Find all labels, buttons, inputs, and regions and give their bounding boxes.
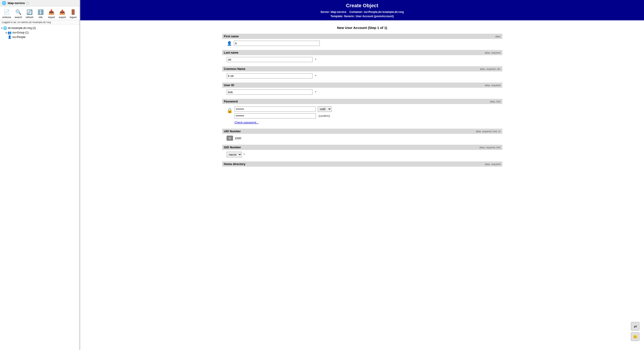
toolbar-refresh[interactable]: 🔄 refresh [24, 8, 35, 19]
last-name-meta: alias, required [485, 51, 500, 54]
logged-in-status: Logged in as: cn=admin,dc=example,dc=org [0, 20, 80, 25]
gid-number-header: GID Number alias, required, hint [222, 145, 502, 150]
last-name-required: * [315, 58, 316, 61]
first-name-label: First name [224, 35, 239, 38]
common-name-header: Common Name alias, required, rdn [222, 66, 502, 72]
last-name-header: Last name alias, required [222, 50, 502, 55]
tree-root[interactable]: ⊟ 🌐 dc=example,dc=org (2) [1, 26, 79, 30]
gid-select[interactable]: nacos users staff [227, 152, 242, 157]
toolbar-import[interactable]: 📥 import [46, 8, 56, 19]
user-id-section: User ID alias, required * [222, 83, 502, 95]
form-container: New User Account (Step 1 of 1) First nam… [204, 20, 520, 174]
toolbar-search[interactable]: 🔍 search [13, 8, 24, 19]
header-bar: Create Object Server: ldap-service Conta… [80, 0, 644, 20]
user-id-header: User ID alias, required [222, 83, 502, 88]
clock-icon: 🕐 [26, 2, 29, 5]
smiley-icon: 😐 [633, 335, 638, 339]
first-name-header: First name alias [222, 34, 502, 39]
container-label: Container: [349, 11, 363, 14]
toolbar-export[interactable]: 📤 export [58, 8, 67, 19]
uid-icon: ⊞ [227, 136, 233, 141]
password-lock-icon: 🔒 [227, 108, 233, 114]
tree-root-expand: ⊟ [1, 27, 3, 29]
translate-button[interactable]: ⇄ [631, 322, 640, 330]
app-name: ldap-service [8, 1, 25, 5]
toolbar-logout[interactable]: 🚪 logout [68, 8, 78, 19]
common-name-required: * [315, 74, 316, 78]
logout-label: logout [70, 16, 76, 19]
toolbar-info[interactable]: ℹ️ info [36, 8, 46, 19]
template-label: Template: [330, 15, 343, 18]
common-name-input[interactable] [227, 73, 312, 79]
first-name-input-row: 👤 [222, 40, 502, 46]
home-directory-header: Home directory alias, required [222, 161, 502, 167]
first-name-input[interactable] [234, 41, 320, 46]
export-label: export [59, 16, 66, 19]
user-id-input-row: * [222, 89, 502, 95]
resize-handle[interactable] [79, 0, 80, 350]
user-id-label: User ID [224, 83, 234, 87]
user-id-input[interactable] [227, 90, 312, 95]
password-inputs: md5 sha ssha crypt clear (confirm) Check… [234, 106, 332, 124]
uid-number-label: UID Number [224, 130, 241, 133]
password-row-1: md5 sha ssha crypt clear [234, 106, 332, 112]
schema-label: schema [2, 16, 11, 19]
tree-children: ⊞ 👥 ou=Group (1) ⊟ 👤 ou=People [6, 30, 79, 39]
password-section: Password alias, hint 🔒 md5 sha ssha cryp… [222, 99, 502, 125]
password-confirm-input[interactable] [234, 113, 316, 119]
smiley-button[interactable]: 😐 [631, 332, 640, 341]
logout-icon: 🚪 [70, 9, 77, 16]
info-icon: ℹ️ [37, 9, 44, 16]
confirm-label: (confirm) [318, 114, 330, 118]
password-input[interactable] [234, 107, 316, 112]
tree-root-label: dc=example,dc=org (2) [8, 27, 36, 30]
uid-number-meta: alias, required, hint, ro [476, 130, 500, 133]
server-label: Server: [320, 11, 330, 14]
refresh-icon: 🔄 [26, 9, 33, 16]
password-meta: alias, hint [490, 100, 500, 103]
people-icon: 👤 [8, 35, 12, 39]
uid-number-value: 1000 [235, 137, 241, 140]
toolbar-schema[interactable]: 📄 schema [1, 8, 12, 19]
uid-number-section: UID Number alias, required, hint, ro ⊞ 1… [222, 129, 502, 141]
search-label: search [15, 16, 22, 19]
tree-group-expand: ⊞ [6, 32, 7, 34]
import-icon: 📥 [48, 9, 55, 16]
tree-group-label: ou=Group (1) [12, 31, 29, 34]
password-row-2: (confirm) [234, 113, 332, 119]
container-value: ou=People,dc=example,dc=org [364, 11, 404, 14]
last-name-label: Last name [224, 51, 238, 54]
common-name-meta: alias, required, rdn [480, 68, 500, 70]
refresh-label: refresh [26, 16, 34, 19]
globe-icon: 🌐 [2, 1, 6, 5]
info-label: info [39, 16, 43, 19]
common-name-label: Common Name [224, 67, 246, 71]
page-title: Create Object [84, 3, 640, 9]
schema-icon: 📄 [3, 9, 10, 16]
password-header: Password alias, hint [222, 99, 502, 104]
tree-people-label: ou=People [12, 36, 26, 39]
gid-number-input-row: nacos users staff * [222, 151, 502, 158]
check-password-link[interactable]: Check password... [234, 121, 332, 124]
ldap-tree: ⊟ 🌐 dc=example,dc=org (2) ⊞ 👥 ou=Group (… [0, 25, 80, 41]
hash-select[interactable]: md5 sha ssha crypt clear [318, 106, 332, 112]
last-name-input[interactable] [227, 57, 312, 62]
header-subtitle: Server: ldap-service Container: ou=Peopl… [84, 10, 640, 19]
first-name-meta: alias [495, 35, 500, 38]
first-name-section: First name alias 👤 [222, 34, 502, 46]
toolbar: 📄 schema 🔍 search 🔄 refresh ℹ️ info 📥 im… [0, 6, 80, 20]
corner-buttons: ⇄ 😐 [631, 322, 640, 341]
gid-number-section: GID Number alias, required, hint nacos u… [222, 145, 502, 158]
uid-number-header: UID Number alias, required, hint, ro [222, 129, 502, 134]
app-title: 🌐 ldap-service 🕐 [0, 0, 80, 6]
tree-node-group[interactable]: ⊞ 👥 ou=Group (1) [6, 30, 79, 35]
first-name-icon: 👤 [227, 41, 232, 46]
tree-node-people[interactable]: ⊟ 👤 ou=People [6, 35, 79, 39]
template-value: Generic: User Account (posixAccount) [344, 15, 394, 18]
main-content: Create Object Server: ldap-service Conta… [80, 0, 644, 350]
common-name-section: Common Name alias, required, rdn * [222, 66, 502, 79]
group-icon: 👥 [8, 31, 12, 34]
export-icon: 📤 [59, 9, 66, 16]
home-directory-meta: alias, required [485, 163, 500, 166]
gid-number-meta: alias, required, hint [480, 146, 500, 149]
